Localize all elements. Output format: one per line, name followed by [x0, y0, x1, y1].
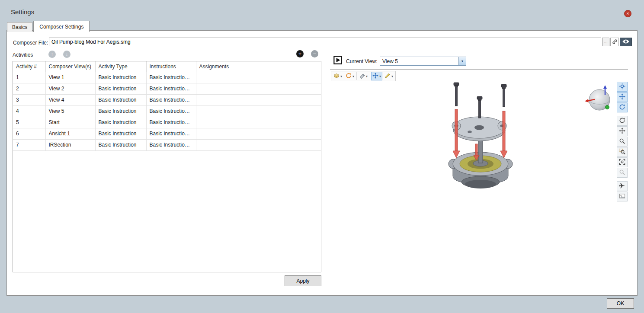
chevron-down-icon: ▾ [366, 74, 368, 78]
zoom-area-icon [619, 148, 625, 156]
move-arrows-icon [619, 93, 625, 101]
col-instructions: Instructions [146, 61, 196, 72]
col-assignments: Assignments [196, 61, 321, 72]
activity-row[interactable]: 6 Ansicht 1 Basic Instruction Basic Inst… [13, 128, 321, 139]
pencil-icon [384, 73, 391, 80]
cell-instructions: Basic Instruction A... [146, 128, 196, 139]
cell-assignments [196, 94, 321, 105]
move-icon [372, 73, 378, 80]
activity-row[interactable]: 4 View 5 Basic Instruction Basic Instruc… [13, 105, 321, 117]
eye-icon [622, 39, 630, 45]
cell-assignments [196, 128, 321, 139]
layers-icon [333, 73, 340, 80]
move-up-button[interactable]: ↑ [48, 51, 56, 58]
cell-activity-number: 3 [13, 94, 45, 105]
apply-button[interactable]: Apply [285, 275, 321, 286]
crosshair-icon [619, 83, 625, 91]
composer-file-label: Composer File: [13, 40, 48, 46]
col-activity-number: Activity # [13, 61, 45, 72]
activities-label: Activities [13, 52, 33, 58]
eraser-tool-button[interactable]: ▾ [358, 72, 369, 80]
content-panel: Composer File: ... Activities ↑ ↓ [6, 30, 638, 296]
activities-table: Activity # Composer View(s) Activity Typ… [13, 61, 321, 272]
current-view-select[interactable]: View 5 ▼ [380, 57, 466, 66]
cell-activity-type: Basic Instruction [95, 105, 146, 117]
draw-tool-button[interactable]: ▾ [383, 72, 394, 80]
close-button[interactable]: × [624, 10, 631, 17]
activity-row[interactable]: 3 View 4 Basic Instruction Basic Instruc… [13, 94, 321, 105]
3d-model-oil-pump[interactable] [437, 79, 524, 193]
play-button[interactable] [333, 56, 343, 65]
fit-view-button[interactable] [617, 157, 628, 167]
link-icon [612, 39, 618, 45]
view-image-button[interactable] [617, 192, 628, 201]
toolbar-separator [370, 72, 370, 80]
zoom-area-button[interactable] [617, 147, 628, 157]
rotate-arrow-icon [619, 104, 625, 112]
tab-composer-settings[interactable]: Composer Settings [33, 21, 90, 32]
cell-activity-number: 5 [13, 117, 45, 128]
remove-activity-button[interactable]: − [311, 50, 318, 57]
current-view-label: Current View: [346, 58, 377, 64]
cell-instructions: Basic Instruction A... [146, 139, 196, 150]
activity-row[interactable]: 7 IRSection Basic Instruction Basic Inst… [13, 139, 321, 150]
zoom-button[interactable] [617, 137, 628, 147]
ok-button[interactable]: OK [607, 298, 634, 309]
move-tool-button[interactable]: ▾ [371, 72, 382, 80]
tab-bar: Basics Composer Settings [7, 21, 90, 32]
rotate-tool-button[interactable]: ▾ [344, 72, 356, 80]
close-icon: × [626, 11, 629, 16]
activity-row[interactable]: 1 View 1 Basic Instruction Basic Instruc… [13, 72, 321, 83]
viewport-nav-toolbar [616, 82, 628, 201]
viewer-toolbar: ▾ ▾ ▾ [331, 71, 396, 81]
cell-instructions: Basic Instruction A... [146, 72, 196, 83]
magnifier-icon [619, 138, 625, 146]
composer-file-input[interactable] [49, 38, 601, 46]
cell-activity-type: Basic Instruction [95, 117, 146, 128]
spin-button[interactable] [617, 116, 628, 126]
airplane-icon [619, 182, 625, 190]
move-camera-button[interactable] [617, 92, 628, 102]
cell-activity-type: Basic Instruction [95, 128, 146, 139]
activity-row[interactable]: 2 View 2 Basic Instruction Basic Instruc… [13, 83, 321, 94]
browse-button[interactable]: ... [602, 38, 609, 46]
orientation-sphere[interactable] [584, 84, 615, 117]
cell-instructions: Basic Instruction A... [146, 105, 196, 117]
cell-activity-number: 6 [13, 128, 45, 139]
cell-activity-type: Basic Instruction [95, 83, 146, 94]
eraser-icon [359, 73, 365, 80]
chevron-down-icon: ▾ [340, 74, 342, 78]
cell-assignments [196, 139, 321, 150]
fly-mode-button[interactable] [617, 181, 628, 191]
current-view-value: View 5 [382, 58, 398, 64]
layers-tool-button[interactable]: ▾ [332, 72, 343, 80]
magnifier-disabled-icon [619, 169, 625, 177]
chevron-down-icon: ▾ [391, 74, 393, 78]
cell-composer-view: View 5 [45, 105, 95, 117]
cell-assignments [196, 105, 321, 117]
zoom-selection-button[interactable] [617, 168, 628, 178]
rotate-camera-button[interactable] [617, 102, 628, 112]
tab-basics[interactable]: Basics [7, 22, 32, 32]
link-button[interactable] [610, 38, 619, 46]
cell-composer-view: IRSection [45, 139, 95, 150]
cell-activity-number: 4 [13, 105, 45, 117]
spin-icon [619, 117, 625, 125]
preview-button[interactable] [620, 38, 632, 46]
cell-instructions: Basic Instruction A... [146, 94, 196, 105]
move-down-button[interactable]: ↓ [63, 51, 70, 58]
center-view-button[interactable] [617, 82, 628, 92]
activity-row[interactable]: 5 Start Basic Instruction Basic Instruct… [13, 117, 321, 128]
cell-assignments [196, 117, 321, 128]
cell-instructions: Basic Instruction A... [146, 117, 196, 128]
add-activity-button[interactable]: + [296, 50, 304, 57]
chevron-down-icon: ▾ [352, 74, 354, 78]
cell-composer-view: View 2 [45, 83, 95, 94]
play-icon [333, 59, 342, 66]
col-activity-type: Activity Type [95, 61, 146, 72]
cell-assignments [196, 83, 321, 94]
cell-composer-view: Ansicht 1 [45, 128, 95, 139]
picture-icon [619, 193, 625, 201]
pan-button[interactable] [617, 126, 628, 136]
cell-composer-view: Start [45, 117, 95, 128]
